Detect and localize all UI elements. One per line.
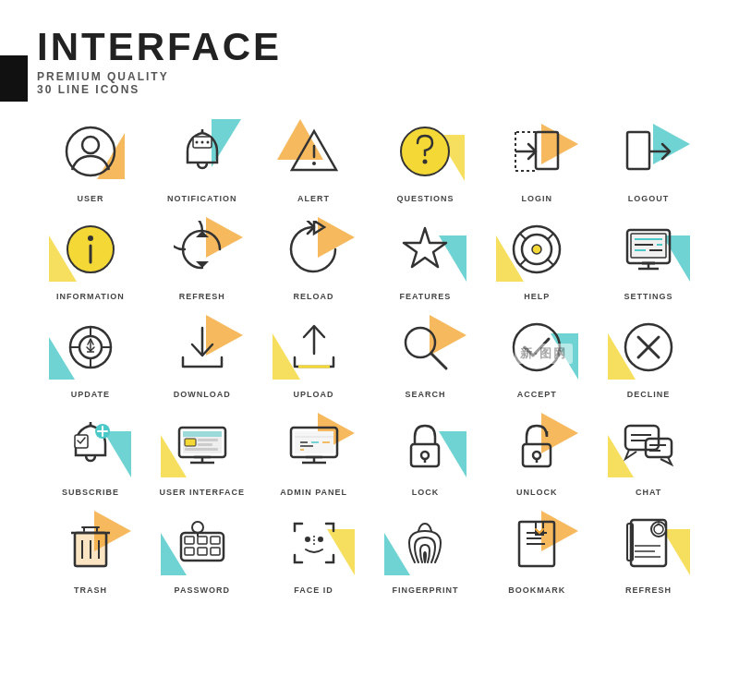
svg-rect-101 [185,548,194,555]
icon-help: HELP [483,212,590,301]
icon-unlock: UNLOCK [483,408,590,497]
svg-point-106 [305,537,310,542]
svg-rect-82 [523,444,551,466]
black-bar [0,55,28,102]
svg-rect-61 [185,439,196,446]
svg-point-80 [421,452,429,459]
svg-line-26 [520,234,527,240]
icon-logout-label: LOGOUT [628,194,670,203]
svg-line-29 [547,259,553,265]
svg-point-30 [532,245,541,254]
icon-refresh2: REFRESH [595,506,702,595]
svg-rect-100 [211,537,220,544]
svg-rect-63 [198,443,212,446]
icon-update-label: UPDATE [71,390,110,399]
svg-line-27 [547,234,553,240]
icon-chat-label: CHAT [636,488,661,497]
icon-alert-label: ALERT [297,194,330,203]
svg-point-49 [514,324,560,370]
icon-lock: LOCK [372,408,479,497]
svg-point-83 [533,452,540,459]
icon-notification: NOTIFICATION [149,115,256,203]
icon-decline: DECLINE [595,310,702,399]
icon-user: USER [37,115,144,203]
icon-password: PASSWORD [149,506,256,595]
svg-point-104 [192,522,203,533]
svg-point-1 [82,137,99,153]
icon-bookmark: BOOKMARK [483,506,590,595]
icon-fingerprint-label: FINGERPRINT [392,585,458,595]
svg-line-28 [520,259,527,265]
svg-rect-62 [198,439,218,441]
svg-rect-79 [411,444,439,466]
icon-upload: UPLOAD [260,310,368,399]
svg-point-6 [206,141,209,144]
svg-point-5 [200,141,203,144]
svg-point-107 [318,537,323,542]
svg-marker-23 [404,228,446,267]
icon-bookmark-label: BOOKMARK [508,585,565,595]
svg-point-8 [312,162,316,165]
icon-refresh: REFRESH [149,212,256,301]
icon-search-label: SEARCH [405,390,445,399]
icon-logout: LOGOUT [595,115,702,203]
svg-rect-64 [185,448,218,451]
icon-reload: RELOAD [260,212,368,301]
icon-subscribe-label: SUBSCRIBE [62,488,119,497]
svg-line-48 [431,354,446,368]
header-sub2: 30 LINE ICONS [37,83,702,96]
icon-trash-label: TRASH [74,585,107,595]
icon-alert: ALERT [260,115,368,203]
svg-rect-12 [536,132,558,169]
icon-accept: ACCEPT [483,310,590,399]
icon-faceid-label: FACE ID [294,585,333,595]
icon-subscribe: SUBSCRIBE [37,408,144,497]
icon-download-label: DOWNLOAD [174,390,231,399]
icon-help-label: HELP [524,292,550,301]
icon-accept-label: ACCEPT [517,390,557,399]
svg-rect-99 [198,537,207,544]
icon-information: INFORMATION [37,212,144,301]
icon-questions: QUESTIONS [372,115,479,203]
icon-unlock-label: UNLOCK [516,488,558,497]
icon-search: SEARCH [372,310,479,399]
icon-decline-label: DECLINE [627,390,671,399]
icon-update: UPDATE [37,310,144,399]
icon-trash: TRASH [37,506,144,595]
svg-rect-103 [211,548,220,555]
svg-point-22 [88,235,93,241]
icon-userinterface: USER INTERFACE [149,408,256,497]
icon-userinterface-label: USER INTERFACE [159,488,245,497]
header-subtitle: PREMIUM QUALITY [37,70,702,83]
icon-upload-label: UPLOAD [294,390,334,399]
icons-grid: USER NOTIFICATION [37,115,702,595]
svg-point-4 [195,141,198,144]
icon-refresh2-label: REFRESH [625,585,672,595]
icon-chat: CHAT [595,408,702,497]
icon-download: DOWNLOAD [149,310,256,399]
icon-refresh-label: REFRESH [179,292,225,301]
svg-rect-98 [185,537,194,544]
svg-point-11 [423,160,428,164]
icon-notification-label: NOTIFICATION [167,194,236,203]
icon-information-label: INFORMATION [56,292,125,301]
icon-features-label: FEATURES [399,292,451,301]
icon-user-label: USER [77,194,103,203]
svg-rect-60 [183,431,222,437]
page-header: INTERFACE PREMIUM QUALITY 30 LINE ICONS [37,28,702,96]
icon-reload-label: RELOAD [294,292,334,301]
svg-rect-102 [198,548,207,555]
icon-password-label: PASSWORD [175,585,230,595]
page-title: INTERFACE [37,28,702,66]
icon-adminpanel-label: ADMIN PANEL [280,488,347,497]
icon-questions-label: QUESTIONS [396,194,454,203]
svg-rect-18 [627,132,649,169]
icon-features: FEATURES [372,212,479,301]
icon-settings-label: SETTINGS [624,292,673,301]
icon-settings: SETTINGS [595,212,702,301]
icon-fingerprint: FINGERPRINT [372,506,479,595]
icon-faceid: FACE ID [260,506,368,595]
icon-lock-label: LOCK [412,488,440,497]
icon-adminpanel: ADMIN PANEL [260,408,368,497]
icon-login-label: LOGIN [521,194,552,203]
